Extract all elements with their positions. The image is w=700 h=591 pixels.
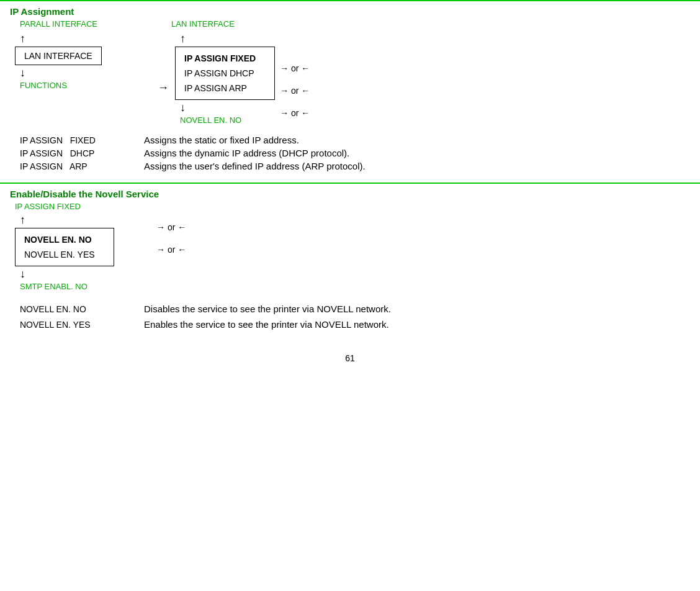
page-number: 61 (0, 353, 700, 369)
bottom-desc-label-no: NOVELL EN. NO (20, 304, 144, 314)
menu-item-fixed: IP ASSIGN FIXED (184, 51, 256, 66)
desc-text-fixed: Assigns the static or fixed IP address. (144, 135, 299, 145)
or-arrow-1: → or ← (280, 57, 310, 79)
arrow-right-center: → (158, 81, 169, 94)
arrow-down-left: ↓ (20, 66, 25, 79)
ip-assign-descriptions: IP ASSIGN FIXED Assigns the static or fi… (20, 135, 680, 171)
ip-assign-fixed-top-label: IP ASSIGN FIXED (15, 202, 690, 211)
desc-row-arp: IP ASSIGN ARP Assigns the user's defined… (20, 161, 680, 171)
novell-en-no-label: NOVELL EN. NO (180, 115, 241, 125)
ip-assign-menu-box: IP ASSIGN FIXED IP ASSIGN DHCP IP ASSIGN… (175, 47, 275, 100)
ip-assignment-diagram: ↑ LAN INTERFACE ↓ FUNCTIONS → ↑ IP ASSIG… (15, 32, 690, 125)
novell-arrow-down: ↓ (20, 268, 25, 281)
bottom-desc-label-yes: NOVELL EN. YES (20, 320, 144, 330)
smtp-enabl-label: SMTP ENABL. NO (20, 282, 88, 291)
novell-item-yes: NOVELL EN. YES (24, 247, 95, 262)
diagram-left-col: ↑ LAN INTERFACE ↓ FUNCTIONS (15, 32, 151, 90)
or-arrows-col: → or ← → or ← → or ← (280, 57, 310, 124)
bottom-desc-text-no: Disables the service to see the printer … (144, 304, 391, 314)
lan-interface-top-label: LAN INTERFACE (171, 19, 690, 29)
bottom-desc-row-no: NOVELL EN. NO Disables the service to se… (20, 304, 680, 314)
novell-or-arrows: → or ← → or ← (156, 216, 186, 261)
arrow-up-left: ↑ (20, 32, 25, 45)
desc-row-fixed: IP ASSIGN FIXED Assigns the static or fi… (20, 135, 680, 145)
novell-descriptions: NOVELL EN. NO Disables the service to se… (20, 304, 680, 330)
arrow-down-center: ↓ (180, 101, 186, 114)
arrow-up-center: ↑ (180, 32, 186, 45)
desc-label-arp: IP ASSIGN ARP (20, 161, 144, 171)
menu-item-dhcp: IP ASSIGN DHCP (184, 66, 256, 81)
novell-or-arrow-1: → or ← (156, 216, 186, 238)
parall-interface-label: PARALL INTERFACE (20, 19, 146, 29)
ip-assignment-title: IP Assignment (10, 6, 690, 17)
lan-interface-box: LAN INTERFACE (15, 47, 102, 65)
novell-item-no: NOVELL EN. NO (24, 232, 95, 247)
desc-label-dhcp: IP ASSIGN DHCP (20, 148, 144, 158)
section-enable-disable: Enable/Disable the Novell Service IP ASS… (0, 183, 700, 341)
bottom-desc-text-yes: Enables the service to see the printer v… (144, 319, 389, 330)
enable-disable-title: Enable/Disable the Novell Service (10, 189, 690, 199)
novell-menu-box: NOVELL EN. NO NOVELL EN. YES (15, 228, 114, 266)
section-ip-assignment: IP Assignment PARALL INTERFACE LAN INTER… (0, 0, 700, 183)
page-container: IP Assignment PARALL INTERFACE LAN INTER… (0, 0, 700, 591)
desc-text-arp: Assigns the user's defined IP address (A… (144, 161, 366, 171)
or-arrow-2: → or ← (280, 79, 310, 102)
novell-arrow-up: ↑ (20, 214, 25, 227)
desc-label-fixed: IP ASSIGN FIXED (20, 135, 144, 145)
bottom-desc-row-yes: NOVELL EN. YES Enables the service to se… (20, 319, 680, 330)
diagram-center-col: ↑ IP ASSIGN FIXED IP ASSIGN DHCP IP ASSI… (175, 32, 275, 125)
novell-left-col: ↑ NOVELL EN. NO NOVELL EN. YES ↓ SMTP EN… (15, 214, 151, 291)
desc-text-dhcp: Assigns the dynamic IP address (DHCP pro… (144, 148, 349, 158)
or-arrow-3: → or ← (280, 102, 310, 124)
novell-diagram: ↑ NOVELL EN. NO NOVELL EN. YES ↓ SMTP EN… (15, 214, 690, 291)
functions-label: FUNCTIONS (20, 81, 67, 90)
novell-or-arrow-2: → or ← (156, 238, 186, 261)
diagram-header: PARALL INTERFACE LAN INTERFACE (10, 19, 690, 30)
desc-row-dhcp: IP ASSIGN DHCP Assigns the dynamic IP ad… (20, 148, 680, 158)
menu-item-arp: IP ASSIGN ARP (184, 81, 256, 96)
